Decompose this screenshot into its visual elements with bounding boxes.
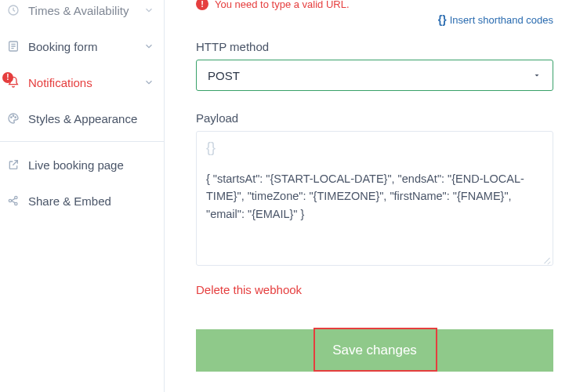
form-icon xyxy=(6,39,20,53)
resize-handle[interactable] xyxy=(543,256,551,263)
payload-label: Payload xyxy=(196,111,553,125)
sidebar-item-booking-form[interactable]: Booking form xyxy=(0,28,164,64)
shorthand-row: {}Insert shorthand codes xyxy=(196,13,553,26)
svg-point-5 xyxy=(9,199,11,201)
sidebar-item-label: Styles & Appearance xyxy=(28,112,154,125)
sidebar-item-label: Times & Availability xyxy=(28,4,143,17)
main-content: ! You need to type a valid URL. {}Insert… xyxy=(165,0,569,392)
caret-down-icon xyxy=(532,71,542,80)
payload-value[interactable]: { "startsAt": "{START-LOCAL-DATE}", "end… xyxy=(206,170,543,223)
svg-point-2 xyxy=(11,117,12,118)
svg-point-7 xyxy=(15,202,17,205)
insert-shorthand-link[interactable]: {}Insert shorthand codes xyxy=(438,14,553,26)
sidebar-item-share[interactable]: Share & Embed xyxy=(0,183,164,219)
url-error-message: ! You need to type a valid URL. xyxy=(196,0,553,10)
save-row: Save changes xyxy=(196,328,553,373)
payload-textarea[interactable]: {} { "startsAt": "{START-LOCAL-DATE}", "… xyxy=(196,131,553,266)
save-button[interactable]: Save changes xyxy=(196,329,553,372)
clock-icon xyxy=(6,3,20,17)
chevron-down-icon xyxy=(143,5,154,16)
alert-badge: ! xyxy=(2,72,13,83)
chevron-down-icon xyxy=(143,77,154,88)
sidebar-item-label: Live booking page xyxy=(28,158,154,172)
http-method-label: HTTP method xyxy=(196,40,553,53)
save-button-label: Save changes xyxy=(332,343,417,358)
braces-icon: {} xyxy=(438,13,447,26)
svg-point-6 xyxy=(15,196,17,198)
payload-placeholder-glyph: {} xyxy=(206,140,543,156)
palette-icon xyxy=(6,111,20,125)
sidebar-item-styles[interactable]: Styles & Appearance xyxy=(0,100,164,136)
sidebar-item-label: Share & Embed xyxy=(28,194,154,208)
svg-point-4 xyxy=(15,117,16,118)
sidebar-item-label: Notifications xyxy=(28,76,143,89)
divider xyxy=(0,141,164,142)
sidebar-item-label: Booking form xyxy=(28,40,143,53)
sidebar: Times & Availability Booking form ! Noti… xyxy=(0,0,165,392)
external-link-icon xyxy=(6,158,20,172)
http-method-value: POST xyxy=(208,69,542,82)
http-method-select[interactable]: POST xyxy=(196,60,553,91)
chevron-down-icon xyxy=(143,41,154,52)
share-icon xyxy=(6,194,20,208)
sidebar-item-notifications[interactable]: ! Notifications xyxy=(0,64,164,100)
svg-point-3 xyxy=(13,115,13,116)
error-icon: ! xyxy=(196,0,208,10)
sidebar-item-times[interactable]: Times & Availability xyxy=(0,0,164,28)
error-text: You need to type a valid URL. xyxy=(215,0,350,10)
sidebar-item-live-page[interactable]: Live booking page xyxy=(0,147,164,183)
delete-webhook-link[interactable]: Delete this webhook xyxy=(196,283,302,296)
